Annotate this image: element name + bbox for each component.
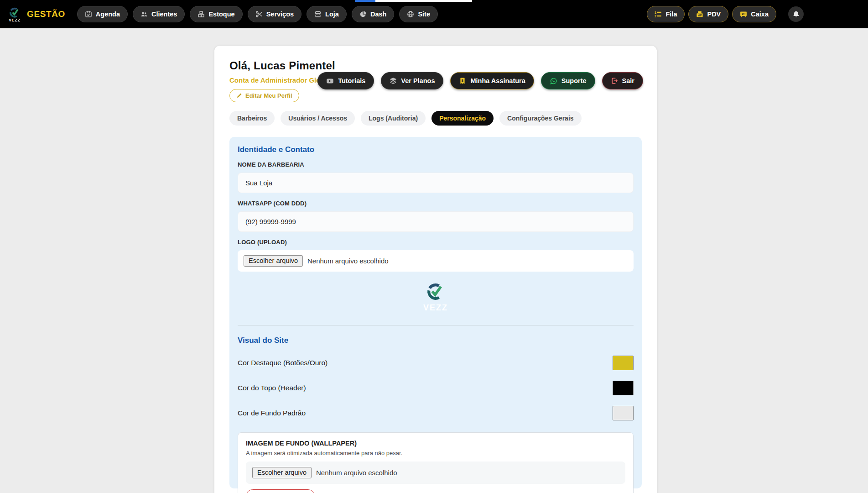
tutorials-button[interactable]: Tutoriais — [317, 72, 374, 89]
browser-artifact — [355, 0, 472, 2]
nav-item-clientes[interactable]: Clientes — [133, 6, 185, 22]
wallpaper-file-input: Escolher arquivo Nenhum arquivo escolhid… — [246, 462, 625, 484]
logo-file-input: Escolher arquivo Nenhum arquivo escolhid… — [238, 250, 634, 272]
remove-background-button[interactable]: Remover Fundo — [246, 489, 315, 493]
app-name: GESTÃO — [27, 9, 65, 19]
top-nav: VEZZ GESTÃO Agenda Clientes Estoque Serv… — [0, 0, 868, 28]
logout-icon — [611, 77, 618, 84]
artifact-progress — [355, 0, 375, 2]
shop-name-label: NOME DA BARBEARIA — [238, 161, 634, 168]
bell-icon — [792, 10, 800, 18]
whatsapp-label: WHATSAPP (COM DDD) — [238, 200, 634, 207]
nav-right-group: 12 Fila PDV Caixa — [647, 6, 804, 22]
nav-item-fila[interactable]: 12 Fila — [647, 6, 685, 22]
boxes-icon — [198, 10, 205, 18]
header-color-picker[interactable] — [613, 381, 634, 395]
wallpaper-card: IMAGEM DE FUNDO (WALLPAPER) A imagem ser… — [238, 432, 634, 493]
color-label: Cor Destaque (Botões/Ouro) — [238, 359, 327, 367]
file-status-text: Nenhum arquivo escolhido — [307, 257, 389, 265]
shop-name-input[interactable] — [238, 173, 634, 193]
logo-preview-text: VEZZ — [423, 303, 448, 313]
accent-color-picker[interactable] — [613, 356, 634, 370]
whatsapp-icon — [550, 77, 557, 85]
wallpaper-title: IMAGEM DE FUNDO (WALLPAPER) — [246, 440, 625, 447]
color-row-destaque: Cor Destaque (Botões/Ouro) — [238, 356, 634, 370]
svg-text:2: 2 — [655, 15, 656, 18]
globe-icon — [407, 10, 414, 18]
nav-item-agenda[interactable]: Agenda — [77, 6, 128, 22]
calendar-icon — [85, 10, 92, 18]
nav-item-label: Agenda — [96, 10, 120, 18]
personalization-panel: Identidade e Contato NOME DA BARBEARIA W… — [229, 137, 642, 488]
nav-item-label: PDV — [707, 10, 721, 18]
support-button[interactable]: Suporte — [541, 72, 595, 89]
action-label: Minha Assinatura — [470, 77, 525, 84]
cash-register-icon — [696, 10, 703, 18]
section-divider — [238, 325, 634, 325]
nav-item-label: Dash — [370, 10, 386, 18]
nav-item-label: Caixa — [751, 10, 769, 18]
tab-usuarios-acessos[interactable]: Usuários / Acessos — [281, 111, 355, 126]
color-label: Cor de Fundo Padrão — [238, 409, 306, 417]
logo-upload-label: LOGO (UPLOAD) — [238, 239, 634, 246]
action-label: Suporte — [561, 77, 587, 84]
settings-tabs: Barbeiros Usuários / Acessos Logs (Audit… — [229, 111, 642, 126]
nav-left-group: Agenda Clientes Estoque Serviços Loja Da… — [77, 6, 438, 22]
scissors-icon — [255, 10, 263, 18]
quick-actions: Tutoriais Ver Planos $ Minha Assinatura … — [317, 72, 643, 89]
artifact-track — [375, 0, 472, 2]
view-plans-button[interactable]: Ver Planos — [381, 72, 443, 89]
nav-item-label: Site — [418, 10, 430, 18]
choose-file-button[interactable]: Escolher arquivo — [244, 255, 303, 267]
store-icon — [314, 10, 322, 18]
main-card: Olá, Lucas Pimentel Conta de Administrad… — [214, 46, 657, 493]
nav-item-dash[interactable]: Dash — [352, 6, 394, 22]
choose-file-button[interactable]: Escolher arquivo — [252, 467, 312, 478]
notifications-button[interactable] — [788, 6, 804, 22]
vezz-logo-preview-icon — [425, 281, 446, 302]
video-play-icon — [326, 77, 334, 85]
layers-icon — [390, 77, 397, 84]
people-icon — [140, 10, 148, 18]
color-label: Cor do Topo (Header) — [238, 384, 306, 392]
page-title: Olá, Lucas Pimentel — [229, 59, 642, 72]
tab-barbeiros[interactable]: Barbeiros — [229, 111, 275, 126]
nav-item-label: Serviços — [266, 10, 294, 18]
tab-personalizacao[interactable]: Personalização — [431, 111, 494, 126]
nav-item-loja[interactable]: Loja — [307, 6, 347, 22]
file-status-text: Nenhum arquivo escolhido — [316, 469, 397, 477]
safe-icon — [740, 10, 747, 18]
action-label: Tutoriais — [338, 77, 365, 84]
nav-item-estoque[interactable]: Estoque — [190, 6, 242, 22]
numbered-list-icon: 12 — [655, 10, 662, 18]
color-row-fundo: Cor de Fundo Padrão — [238, 406, 634, 420]
nav-item-label: Loja — [325, 10, 339, 18]
nav-item-label: Estoque — [208, 10, 234, 18]
my-subscription-button[interactable]: $ Minha Assinatura — [450, 72, 534, 89]
logout-button[interactable]: Sair — [602, 72, 643, 89]
action-label: Sair — [622, 77, 634, 84]
pencil-icon — [236, 93, 242, 99]
svg-text:$: $ — [462, 79, 464, 83]
tab-logs-auditoria[interactable]: Logs (Auditoria) — [361, 111, 426, 126]
nav-item-site[interactable]: Site — [399, 6, 438, 22]
brand-logo[interactable]: VEZZ GESTÃO — [8, 6, 65, 22]
logo-preview: VEZZ — [238, 281, 634, 313]
identity-section-title: Identidade e Contato — [238, 145, 634, 154]
whatsapp-input[interactable] — [238, 211, 634, 232]
background-color-picker[interactable] — [613, 406, 634, 420]
action-label: Ver Planos — [401, 77, 435, 84]
nav-item-servicos[interactable]: Serviços — [248, 6, 301, 22]
nav-item-label: Clientes — [151, 10, 177, 18]
vezz-logo-text: VEZZ — [9, 18, 21, 22]
vezz-logo-icon: VEZZ — [8, 6, 21, 22]
edit-profile-label: Editar Meu Perfil — [245, 92, 292, 99]
tab-configuracoes-gerais[interactable]: Configurações Gerais — [499, 111, 582, 126]
pie-chart-icon — [359, 10, 367, 18]
nav-item-label: Fila — [665, 10, 677, 18]
invoice-icon: $ — [459, 77, 466, 84]
visual-section-title: Visual do Site — [238, 336, 634, 345]
nav-item-pdv[interactable]: PDV — [688, 6, 728, 22]
edit-profile-button[interactable]: Editar Meu Perfil — [229, 89, 299, 102]
nav-item-caixa[interactable]: Caixa — [732, 6, 776, 22]
